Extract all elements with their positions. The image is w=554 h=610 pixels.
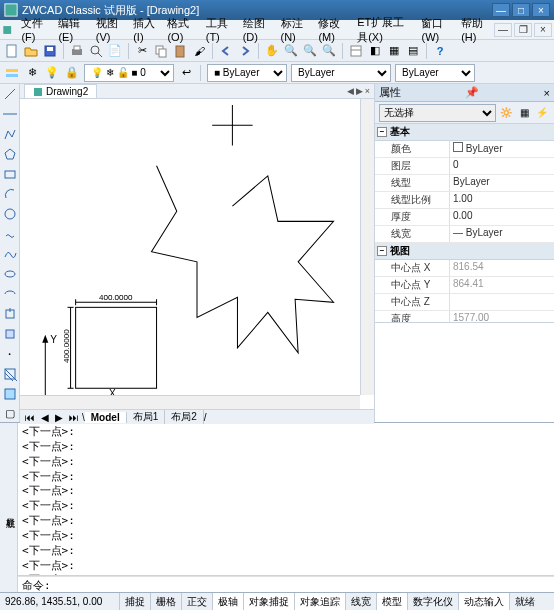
- paste-button[interactable]: [172, 43, 188, 59]
- menu-dim[interactable]: 标注(N): [276, 14, 314, 45]
- quick-select-button[interactable]: 🔆: [498, 105, 514, 121]
- publish-button[interactable]: 📄: [107, 43, 123, 59]
- vscrollbar[interactable]: [360, 99, 374, 395]
- cut-button[interactable]: ✂: [134, 43, 150, 59]
- line-tool[interactable]: [2, 86, 18, 102]
- menu-view[interactable]: 视图(V): [91, 14, 128, 45]
- layer-combo[interactable]: 💡 ❄ 🔓 ■ 0: [84, 64, 174, 82]
- tab-next-button[interactable]: ▶: [52, 412, 66, 423]
- menu-file[interactable]: 文件(F): [16, 14, 53, 45]
- gradient-tool[interactable]: [2, 386, 18, 402]
- hatch-tool[interactable]: [2, 366, 18, 382]
- prop-layer[interactable]: 0: [450, 158, 554, 174]
- menu-insert[interactable]: 插入(I): [128, 14, 162, 45]
- layer-manager-button[interactable]: [4, 65, 20, 81]
- maximize-button[interactable]: □: [512, 3, 530, 17]
- polygon-tool[interactable]: [2, 146, 18, 162]
- tab-last-button[interactable]: ⏭: [66, 412, 82, 423]
- help-button[interactable]: ?: [432, 43, 448, 59]
- tool-palette-button[interactable]: ▦: [386, 43, 402, 59]
- arc-tool[interactable]: [2, 186, 18, 202]
- zoom-prev-button[interactable]: 🔍: [321, 43, 337, 59]
- layer-lock-button[interactable]: 💡: [44, 65, 60, 81]
- status-dyn[interactable]: 动态输入: [459, 593, 510, 610]
- design-center-button[interactable]: ◧: [367, 43, 383, 59]
- selection-combo[interactable]: 无选择: [379, 104, 496, 122]
- prop-ltscale[interactable]: 1.00: [450, 192, 554, 208]
- tab-model[interactable]: Model: [85, 412, 127, 423]
- revcloud-tool[interactable]: [2, 226, 18, 242]
- menu-format[interactable]: 格式(O): [162, 14, 200, 45]
- pickadd-button[interactable]: ⚡: [534, 105, 550, 121]
- spline-tool[interactable]: [2, 246, 18, 262]
- new-button[interactable]: [4, 43, 20, 59]
- linetype-combo[interactable]: ByLayer: [291, 64, 391, 82]
- insert-tool[interactable]: [2, 306, 18, 322]
- hscrollbar[interactable]: [20, 395, 360, 409]
- zoom-window-button[interactable]: 🔍: [302, 43, 318, 59]
- copy-button[interactable]: [153, 43, 169, 59]
- tab-prev-button[interactable]: ◀: [38, 412, 52, 423]
- lineweight-combo[interactable]: ByLayer: [395, 64, 475, 82]
- menu-draw[interactable]: 绘图(D): [238, 14, 276, 45]
- xline-tool[interactable]: [2, 106, 18, 122]
- status-ortho[interactable]: 正交: [182, 593, 213, 610]
- print-button[interactable]: [69, 43, 85, 59]
- select-objects-button[interactable]: ▦: [516, 105, 532, 121]
- status-lwt[interactable]: 线宽: [346, 593, 377, 610]
- point-tool[interactable]: ・: [2, 346, 18, 362]
- pan-button[interactable]: ✋: [264, 43, 280, 59]
- layer-prev-button[interactable]: ↩: [178, 65, 194, 81]
- menu-help[interactable]: 帮助(H): [456, 14, 494, 45]
- status-polar[interactable]: 极轴: [213, 593, 244, 610]
- pin-icon[interactable]: 📌: [465, 86, 479, 99]
- prop-lineweight[interactable]: — ByLayer: [450, 226, 554, 242]
- status-grid[interactable]: 栅格: [151, 593, 182, 610]
- undo-button[interactable]: [218, 43, 234, 59]
- command-history[interactable]: <下一点>: <下一点>: <下一点>: <下一点>: <下一点>: <下一点>…: [18, 423, 554, 576]
- layer-freeze-button[interactable]: ❄: [24, 65, 40, 81]
- child-close-button[interactable]: ×: [534, 23, 552, 37]
- menu-modify[interactable]: 修改(M): [313, 14, 352, 45]
- menu-edit[interactable]: 编辑(E): [53, 14, 90, 45]
- menu-tools[interactable]: 工具(T): [201, 14, 238, 45]
- block-tool[interactable]: [2, 326, 18, 342]
- match-button[interactable]: 🖌: [191, 43, 207, 59]
- minimize-button[interactable]: —: [492, 3, 510, 17]
- panel-close-icon[interactable]: ×: [544, 87, 550, 99]
- prop-thickness[interactable]: 0.00: [450, 209, 554, 225]
- open-button[interactable]: [23, 43, 39, 59]
- status-tablet[interactable]: 数字化仪: [408, 593, 459, 610]
- status-coords[interactable]: 926.86, 1435.51, 0.00: [0, 593, 120, 610]
- menu-window[interactable]: 窗口(W): [416, 14, 456, 45]
- redo-button[interactable]: [237, 43, 253, 59]
- tab-nav-left-icon[interactable]: ◀: [347, 86, 354, 96]
- canvas[interactable]: 400.0000 400.0000 Y X: [20, 99, 374, 409]
- tab-first-button[interactable]: ⏮: [22, 412, 38, 423]
- tab-close-icon[interactable]: ×: [365, 86, 370, 96]
- group-view[interactable]: −视图: [375, 243, 554, 260]
- circle-tool[interactable]: [2, 206, 18, 222]
- polyline-tool[interactable]: [2, 126, 18, 142]
- child-min-button[interactable]: —: [494, 23, 512, 37]
- ellipse-tool[interactable]: [2, 266, 18, 282]
- ellipse-arc-tool[interactable]: [2, 286, 18, 302]
- close-button[interactable]: ×: [532, 3, 550, 17]
- region-tool[interactable]: ▢: [2, 406, 18, 421]
- status-model[interactable]: 模型: [377, 593, 408, 610]
- status-otrack[interactable]: 对象追踪: [295, 593, 346, 610]
- color-combo[interactable]: ■ ByLayer: [207, 64, 287, 82]
- child-restore-button[interactable]: ❐: [514, 23, 532, 37]
- save-button[interactable]: [42, 43, 58, 59]
- group-basic[interactable]: −基本: [375, 124, 554, 141]
- calc-button[interactable]: ▤: [405, 43, 421, 59]
- preview-button[interactable]: [88, 43, 104, 59]
- properties-button[interactable]: [348, 43, 364, 59]
- tab-nav-right-icon[interactable]: ▶: [356, 86, 363, 96]
- rectangle-tool[interactable]: [2, 166, 18, 182]
- menu-et[interactable]: ET扩展工具(X): [352, 13, 416, 47]
- layer-off-button[interactable]: 🔒: [64, 65, 80, 81]
- prop-color[interactable]: ByLayer: [450, 141, 554, 157]
- prop-linetype[interactable]: ByLayer: [450, 175, 554, 191]
- zoom-realtime-button[interactable]: 🔍: [283, 43, 299, 59]
